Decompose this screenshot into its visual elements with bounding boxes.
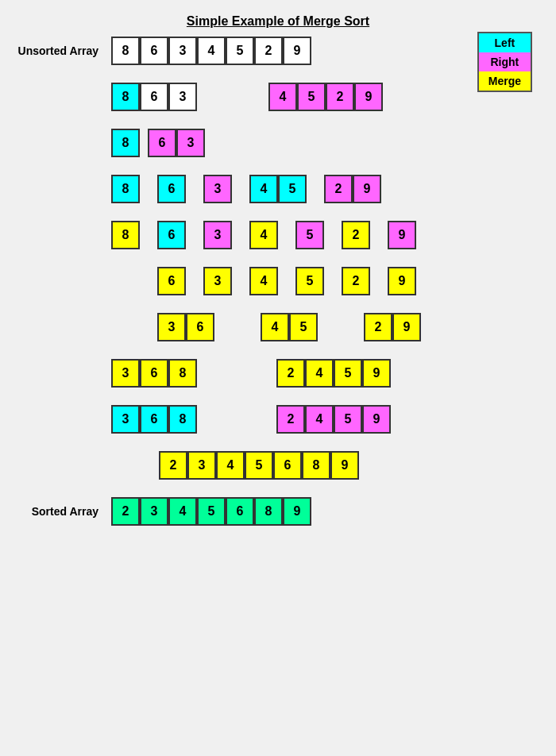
cell: 2 xyxy=(342,267,370,295)
cell: 3 xyxy=(168,83,197,111)
cell: 9 xyxy=(353,175,381,203)
cell: 3 xyxy=(203,267,232,295)
cell: 9 xyxy=(362,359,391,388)
ind-e: 5 xyxy=(295,221,324,249)
merge4-row: 3 6 8 2 4 5 9 xyxy=(0,405,556,434)
cell: 6 xyxy=(140,359,168,388)
unsorted-label: Unsorted Array xyxy=(0,44,111,57)
cell: 8 xyxy=(111,83,140,111)
split3-row: 8 6 3 4 5 2 9 xyxy=(0,175,556,203)
legend-right: Right xyxy=(479,52,531,71)
cell: 2 xyxy=(159,451,187,480)
cell: 9 xyxy=(283,497,311,526)
cell: 5 xyxy=(295,221,324,249)
cell: 4 xyxy=(197,37,226,65)
sorted-row: Sorted Array 2 3 4 5 6 8 9 xyxy=(0,497,556,526)
cell: 8 xyxy=(302,451,330,480)
merge1-d: 5 xyxy=(295,267,324,295)
merged-cells: 2 3 4 5 6 8 9 xyxy=(159,451,359,480)
cell: 6 xyxy=(157,175,186,203)
cell: 2 xyxy=(111,497,140,526)
cell: 5 xyxy=(297,83,326,111)
cell: 3 xyxy=(111,405,140,434)
cell: 4 xyxy=(249,221,278,249)
cell: 2 xyxy=(276,359,305,388)
cell: 6 xyxy=(148,129,176,157)
legend: Left Right Merge xyxy=(477,32,532,92)
cell: 9 xyxy=(330,451,359,480)
cell: 8 xyxy=(168,359,197,388)
split3-e: 2 9 xyxy=(324,175,381,203)
cell: 3 xyxy=(187,451,216,480)
cell: 3 xyxy=(140,497,168,526)
split1-row: 8 6 3 4 5 2 9 xyxy=(0,83,556,111)
legend-left: Left xyxy=(479,33,531,52)
cell: 4 xyxy=(305,405,334,434)
cell: 6 xyxy=(140,405,168,434)
merged-row: 2 3 4 5 6 8 9 xyxy=(0,451,556,480)
merge1-e: 2 xyxy=(342,267,370,295)
cell: 5 xyxy=(295,267,324,295)
cell: 9 xyxy=(283,37,311,65)
split2-right: 6 3 xyxy=(148,129,205,157)
cell: 8 xyxy=(168,405,197,434)
cell: 5 xyxy=(289,313,318,341)
merge1-b: 3 xyxy=(203,267,232,295)
ind-c: 3 xyxy=(203,221,232,249)
merge2-row: 3 6 4 5 2 9 xyxy=(0,313,556,341)
cell: 6 xyxy=(186,313,214,341)
cell: 8 xyxy=(254,497,283,526)
cell: 9 xyxy=(392,313,421,341)
cell: 4 xyxy=(249,267,278,295)
merge2-c: 2 9 xyxy=(364,313,421,341)
cell: 2 xyxy=(342,221,370,249)
cell: 4 xyxy=(268,83,297,111)
cell: 4 xyxy=(168,497,197,526)
ind-a: 8 xyxy=(111,221,140,249)
cell: 5 xyxy=(226,37,254,65)
cell: 6 xyxy=(140,37,168,65)
cell: 8 xyxy=(111,129,140,157)
cell: 6 xyxy=(226,497,254,526)
cell: 5 xyxy=(334,405,362,434)
merge4-right: 2 4 5 9 xyxy=(276,405,391,434)
merge1-row: 6 3 4 5 2 9 xyxy=(0,267,556,295)
cell: 5 xyxy=(197,497,226,526)
merge1-f: 9 xyxy=(388,267,416,295)
cell: 2 xyxy=(326,83,354,111)
split1-right: 4 5 2 9 xyxy=(268,83,383,111)
sorted-label: Sorted Array xyxy=(0,505,111,518)
cell: 3 xyxy=(111,359,140,388)
cell: 8 xyxy=(111,37,140,65)
page-title: Simple Example of Merge Sort xyxy=(0,0,556,29)
cell: 4 xyxy=(305,359,334,388)
merge3-left: 3 6 8 xyxy=(111,359,197,388)
cell: 6 xyxy=(157,221,186,249)
ind-f: 2 xyxy=(342,221,370,249)
cell: 3 xyxy=(157,313,186,341)
cell: 6 xyxy=(140,83,168,111)
cell: 4 xyxy=(216,451,245,480)
merge3-right: 2 4 5 9 xyxy=(276,359,391,388)
cell: 5 xyxy=(245,451,273,480)
individual-row: 8 6 3 4 5 2 9 xyxy=(0,221,556,249)
merge1-c: 4 xyxy=(249,267,278,295)
cell: 4 xyxy=(249,175,278,203)
cell: 6 xyxy=(157,267,186,295)
ind-g: 9 xyxy=(388,221,416,249)
sorted-cells: 2 3 4 5 6 8 9 xyxy=(111,497,311,526)
merge1-a: 6 xyxy=(157,267,186,295)
cell: 6 xyxy=(273,451,302,480)
cell: 2 xyxy=(364,313,392,341)
split2-row: 8 6 3 xyxy=(0,129,556,157)
merge2-a: 3 6 xyxy=(157,313,214,341)
cell: 9 xyxy=(388,221,416,249)
cell: 3 xyxy=(203,175,232,203)
unsorted-row: Unsorted Array 8 6 3 4 5 2 9 xyxy=(0,37,556,65)
split3-c: 3 xyxy=(203,175,232,203)
cell: 4 xyxy=(261,313,289,341)
split2-left: 8 xyxy=(111,129,140,157)
legend-merge: Merge xyxy=(479,71,531,91)
cell: 3 xyxy=(203,221,232,249)
split3-b: 6 xyxy=(157,175,186,203)
